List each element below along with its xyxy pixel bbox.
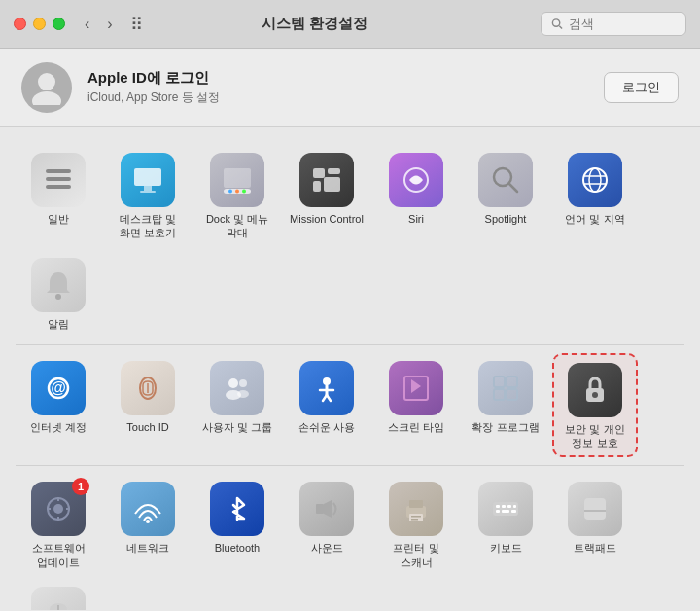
internet-label: 인터넷 계정 <box>30 420 87 434</box>
svg-rect-15 <box>313 168 325 178</box>
svg-rect-18 <box>324 177 340 192</box>
software-badge: 1 <box>72 478 89 495</box>
section-1: 일반데스크탑 및 화면 보호기Dock 및 메뉴 막대Mission Contr… <box>16 137 684 345</box>
avatar-icon <box>31 70 62 105</box>
account-section: Apple ID에 로그인 iCloud, App Store 등 설정 로그인 <box>0 49 700 127</box>
grid-item-printer[interactable]: 프린터 및 스캐너 <box>373 474 459 575</box>
svg-text:@: @ <box>51 379 66 396</box>
touchid-icon <box>121 361 175 415</box>
sound-label: 사운드 <box>311 541 343 555</box>
section-3: 1소프트웨어 업데이트네트워크Bluetooth사운드프린터 및 스캐너키보드트… <box>16 466 684 610</box>
svg-point-45 <box>592 392 598 398</box>
svg-point-2 <box>38 73 55 90</box>
grid-area: 일반데스크탑 및 화면 보호기Dock 및 메뉴 막대Mission Contr… <box>0 127 700 610</box>
svg-rect-40 <box>494 377 505 387</box>
general-icon <box>31 153 86 207</box>
search-input[interactable] <box>569 17 676 31</box>
grid-item-touchid[interactable]: Touch ID <box>105 353 191 458</box>
grid-item-siri[interactable]: Siri <box>373 145 459 246</box>
printer-label: 프린터 및 스캐너 <box>379 541 453 569</box>
svg-rect-9 <box>140 191 156 193</box>
svg-rect-8 <box>144 186 152 191</box>
language-label: 언어 및 지역 <box>565 212 624 226</box>
svg-rect-41 <box>507 377 517 387</box>
grid-item-trackpad[interactable]: 트랙패드 <box>552 474 638 575</box>
back-button[interactable]: ‹ <box>81 14 93 35</box>
svg-rect-6 <box>46 185 71 189</box>
grid-item-expand[interactable]: 확장 프로그램 <box>463 353 548 458</box>
trackpad-icon <box>568 482 622 536</box>
grid-item-bluetooth[interactable]: Bluetooth <box>194 474 280 575</box>
notification-label: 알림 <box>48 317 69 331</box>
svg-point-26 <box>55 294 61 300</box>
bluetooth-icon <box>210 482 264 536</box>
access-icon <box>299 361 354 415</box>
grid-item-users[interactable]: 사용자 및 그룹 <box>194 353 280 458</box>
grid-item-screen[interactable]: 스크린 타임 <box>373 353 459 458</box>
svg-rect-67 <box>511 510 516 513</box>
general-label: 일반 <box>48 212 69 226</box>
trackpad-label: 트랙패드 <box>574 541 616 555</box>
desktop-icon <box>121 153 175 207</box>
keyboard-label: 키보드 <box>490 541 522 555</box>
close-button[interactable] <box>14 18 26 30</box>
grid-item-notification[interactable]: 알림 <box>16 250 101 337</box>
spotlight-label: Spotlight <box>485 212 527 226</box>
svg-rect-42 <box>494 389 505 400</box>
dock-icon <box>210 153 264 207</box>
svg-point-30 <box>228 378 238 388</box>
avatar <box>21 62 72 113</box>
svg-marker-54 <box>324 500 332 518</box>
grid-item-dock[interactable]: Dock 및 메뉴 막대 <box>194 145 280 246</box>
bluetooth-label: Bluetooth <box>215 541 260 555</box>
svg-rect-53 <box>316 504 324 514</box>
svg-rect-7 <box>134 168 161 186</box>
svg-rect-65 <box>496 510 500 513</box>
svg-point-22 <box>583 168 607 192</box>
grid-item-keyboard[interactable]: 키보드 <box>463 474 548 575</box>
network-label: 네트워크 <box>126 541 169 555</box>
grid-item-desktop[interactable]: 데스크탑 및 화면 보호기 <box>105 145 191 246</box>
svg-point-13 <box>235 190 239 194</box>
grid-item-mission[interactable]: Mission Control <box>284 145 369 246</box>
fullscreen-button[interactable] <box>52 18 65 30</box>
login-button[interactable]: 로그인 <box>604 72 679 103</box>
access-label: 손쉬운 사용 <box>298 420 355 434</box>
svg-point-23 <box>589 168 601 192</box>
svg-rect-16 <box>328 168 340 174</box>
grid-item-internet[interactable]: @인터넷 계정 <box>16 353 101 458</box>
expand-icon <box>478 361 533 415</box>
desktop-label: 데스크탑 및 화면 보호기 <box>111 212 185 240</box>
grid-item-security[interactable]: 보안 및 개인 정보 보호 <box>552 353 638 458</box>
grid-item-spotlight[interactable]: Spotlight <box>463 145 548 246</box>
grid-item-access[interactable]: 손쉬운 사용 <box>284 353 369 458</box>
svg-point-14 <box>242 190 246 194</box>
grid-item-network[interactable]: 네트워크 <box>105 474 191 575</box>
svg-rect-5 <box>46 177 71 181</box>
titlebar: ‹ › ⠿ 시스템 환경설정 <box>0 0 700 49</box>
svg-rect-17 <box>313 181 321 192</box>
svg-line-21 <box>509 184 517 192</box>
grid-item-mouse[interactable]: 마우스 <box>16 579 101 610</box>
minimize-button[interactable] <box>33 18 46 30</box>
svg-rect-43 <box>507 389 517 400</box>
search-box[interactable] <box>541 12 686 36</box>
mouse-icon <box>31 587 86 610</box>
siri-icon <box>389 153 443 207</box>
printer-icon <box>389 482 443 536</box>
section-2: @인터넷 계정Touch ID사용자 및 그룹손쉬운 사용스크린 타임확장 프로… <box>16 345 684 467</box>
svg-point-12 <box>228 190 232 194</box>
svg-rect-64 <box>513 505 516 508</box>
svg-line-1 <box>559 26 562 29</box>
svg-rect-4 <box>46 169 71 173</box>
svg-point-33 <box>237 390 249 398</box>
grid-item-sound[interactable]: 사운드 <box>284 474 369 575</box>
internet-icon: @ <box>31 361 86 415</box>
window-title: 시스템 환경설정 <box>98 15 531 33</box>
grid-item-software[interactable]: 1소프트웨어 업데이트 <box>16 474 101 575</box>
grid-item-language[interactable]: 언어 및 지역 <box>552 145 638 246</box>
grid-item-general[interactable]: 일반 <box>16 145 101 246</box>
users-label: 사용자 및 그룹 <box>202 420 272 434</box>
svg-point-52 <box>146 520 150 523</box>
svg-rect-63 <box>508 505 511 508</box>
